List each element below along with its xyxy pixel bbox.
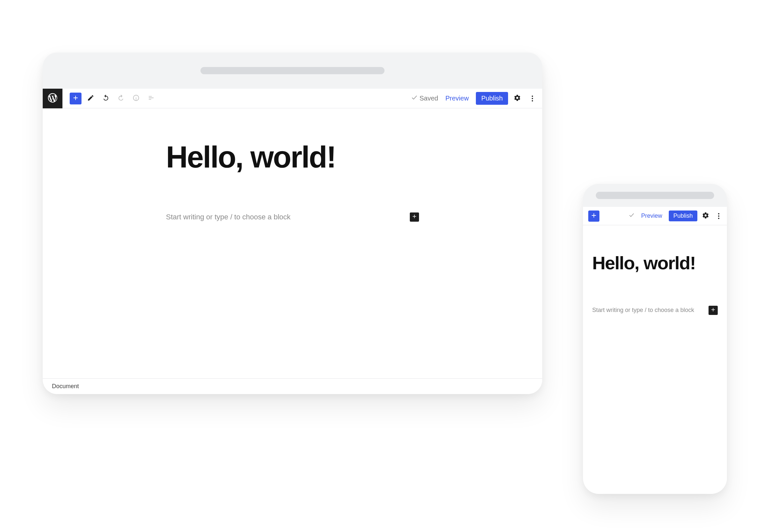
editor-toolbar: Saved Preview Publish <box>43 89 542 108</box>
post-content: Hello, world! Start writing or type / to… <box>592 254 718 315</box>
mobile-browser-chrome <box>583 184 727 207</box>
block-breadcrumb-bar: Document <box>43 378 542 394</box>
plus-icon <box>412 213 418 221</box>
document-outline-icon <box>147 94 155 103</box>
plus-icon <box>710 307 716 314</box>
publish-label: Publish <box>481 95 503 102</box>
details-button[interactable] <box>130 93 142 104</box>
preview-label: Preview <box>641 212 662 219</box>
post-content: Hello, world! Start writing or type / to… <box>166 141 419 222</box>
site-home-button[interactable] <box>43 89 62 108</box>
breadcrumb-root[interactable]: Document <box>52 383 79 390</box>
check-icon <box>411 94 418 102</box>
appender-placeholder: Start writing or type / to choose a bloc… <box>592 307 694 314</box>
editor-toolbar: Preview Publish <box>583 207 727 225</box>
appender-add-button[interactable] <box>709 306 718 315</box>
publish-button[interactable]: Publish <box>669 211 697 221</box>
post-title-input[interactable]: Hello, world! <box>166 141 419 173</box>
publish-button[interactable]: Publish <box>476 92 508 105</box>
mobile-device-frame: Preview Publish Hello, world! Start wr <box>583 184 727 494</box>
preview-button[interactable]: Preview <box>441 95 473 102</box>
post-title-input[interactable]: Hello, world! <box>592 254 718 273</box>
appender-placeholder: Start writing or type / to choose a bloc… <box>166 213 290 221</box>
pencil-icon <box>87 94 94 103</box>
preview-button[interactable]: Preview <box>638 212 666 219</box>
settings-button[interactable] <box>701 210 711 222</box>
gear-icon <box>514 94 521 103</box>
preview-label: Preview <box>445 95 469 102</box>
editor-canvas: Hello, world! Start writing or type / to… <box>43 108 542 222</box>
undo-button[interactable] <box>100 93 112 104</box>
appender-add-button[interactable] <box>410 212 419 222</box>
address-bar-placeholder <box>596 192 714 199</box>
plus-icon <box>590 212 598 220</box>
info-icon <box>132 94 140 103</box>
desktop-editor-screen: Saved Preview Publish Hello, world! <box>43 89 542 394</box>
address-bar-placeholder <box>200 67 384 74</box>
default-block-appender[interactable]: Start writing or type / to choose a bloc… <box>166 212 419 222</box>
gear-icon <box>702 212 709 220</box>
save-status-label: Saved <box>420 95 439 102</box>
desktop-browser-chrome <box>43 53 542 89</box>
wordpress-logo-icon <box>47 92 58 105</box>
default-block-appender[interactable]: Start writing or type / to choose a bloc… <box>592 306 718 315</box>
block-inserter-button[interactable] <box>588 211 599 222</box>
mobile-editor-screen: Preview Publish Hello, world! Start wr <box>583 207 727 494</box>
editor-canvas: Hello, world! Start writing or type / to… <box>583 225 727 315</box>
save-status: Saved <box>411 94 439 102</box>
save-status <box>629 212 635 220</box>
redo-icon <box>117 94 124 103</box>
plus-icon <box>72 94 79 103</box>
more-menu-button[interactable] <box>527 93 538 104</box>
tools-toggle-button[interactable] <box>85 93 97 104</box>
more-vertical-icon <box>718 213 719 214</box>
settings-button[interactable] <box>511 93 523 104</box>
more-menu-button[interactable] <box>714 210 724 222</box>
list-view-button[interactable] <box>145 93 157 104</box>
more-vertical-icon <box>532 96 533 97</box>
check-icon <box>629 212 635 220</box>
block-inserter-button[interactable] <box>70 93 81 104</box>
desktop-device-frame: Saved Preview Publish Hello, world! <box>43 53 542 394</box>
redo-button[interactable] <box>115 93 127 104</box>
publish-label: Publish <box>673 212 693 219</box>
undo-icon <box>102 94 109 103</box>
